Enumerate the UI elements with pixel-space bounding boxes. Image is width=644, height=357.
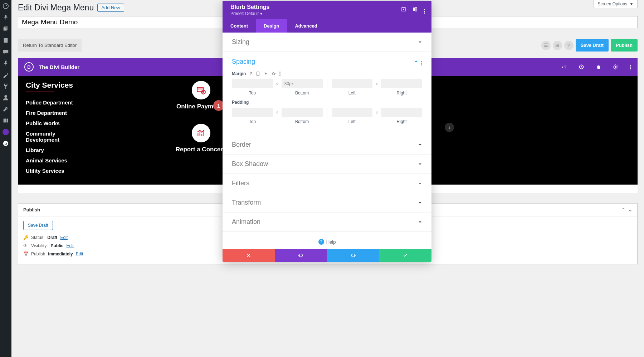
appearance-icon[interactable]	[3, 72, 9, 78]
chevron-up-icon[interactable]: ⌃	[621, 207, 625, 212]
blurb-report-concern[interactable]: Report a Concern	[176, 146, 227, 153]
label-right: Right	[397, 91, 407, 96]
caret-down-icon: ▼	[629, 1, 634, 6]
modal-undo-button[interactable]	[275, 249, 327, 262]
wireframe-mode-icon[interactable]: ☰	[541, 41, 551, 50]
builder-history-icon[interactable]	[579, 64, 584, 70]
svg-point-4	[4, 95, 7, 98]
link-values-icon[interactable]	[372, 108, 381, 117]
svg-rect-7	[7, 119, 8, 123]
menu-link[interactable]: Utility Services	[26, 168, 133, 174]
pin-icon[interactable]	[3, 14, 9, 21]
svg-text:D: D	[4, 142, 7, 146]
section-animation[interactable]: Animation	[223, 212, 431, 231]
menu-link[interactable]: Public Works	[26, 120, 133, 126]
metabox-save-draft-button[interactable]: Save Draft	[23, 221, 53, 230]
pushpin-icon[interactable]	[3, 60, 9, 67]
section-spacing[interactable]: Spacing	[223, 52, 431, 71]
snap-icon[interactable]	[413, 7, 418, 13]
return-to-standard-editor-button[interactable]: Return To Standard Editor	[18, 39, 82, 52]
padding-right-input[interactable]	[381, 108, 422, 117]
menu-link[interactable]: Animal Services	[26, 157, 133, 163]
users-icon[interactable]	[3, 94, 9, 101]
layers-icon[interactable]: ⊞	[553, 41, 562, 50]
save-draft-button[interactable]: Save Draft	[576, 39, 609, 52]
chevron-down-icon	[418, 181, 422, 186]
svg-point-16	[403, 9, 404, 10]
svg-rect-6	[5, 119, 6, 123]
section-box-shadow[interactable]: Box Shadow	[223, 155, 431, 173]
payment-icon	[192, 81, 210, 99]
edit-schedule-link[interactable]: Edit	[76, 251, 83, 256]
chevron-down-icon	[418, 220, 422, 224]
section-transform[interactable]: Transform	[223, 193, 431, 212]
status-value: Draft	[47, 235, 57, 240]
hover-icon[interactable]	[264, 72, 268, 76]
help-icon[interactable]: ?	[249, 71, 252, 76]
label-right: Right	[397, 119, 407, 124]
eye-icon: 👁	[23, 243, 28, 248]
modal-redo-button[interactable]	[327, 249, 379, 262]
modal-more-icon[interactable]	[424, 6, 425, 14]
help-icon[interactable]: ?	[564, 41, 574, 50]
menu-link[interactable]: Community Development	[26, 131, 87, 143]
tablet-icon[interactable]	[256, 72, 260, 76]
builder-title: The Divi Builder	[39, 64, 79, 70]
link-values-icon[interactable]	[273, 108, 282, 117]
menu-link[interactable]: Police Department	[26, 99, 133, 106]
settings-icon[interactable]	[3, 117, 9, 124]
padding-bottom-input[interactable]	[282, 108, 323, 117]
link-values-icon[interactable]	[273, 79, 282, 88]
margin-right-input[interactable]	[381, 79, 422, 88]
tab-design[interactable]: Design	[256, 19, 287, 33]
expand-icon[interactable]	[401, 7, 406, 13]
pages-icon[interactable]	[3, 37, 9, 44]
modal-save-button[interactable]	[379, 249, 431, 262]
tab-content[interactable]: Content	[223, 19, 256, 33]
modal-cancel-button[interactable]	[223, 249, 275, 262]
section-sizing[interactable]: Sizing	[223, 33, 431, 52]
report-icon	[192, 124, 210, 142]
section-filters[interactable]: Filters	[223, 174, 431, 193]
link-values-icon[interactable]	[372, 79, 381, 88]
padding-top-input[interactable]	[232, 108, 273, 117]
margin-top-input[interactable]	[232, 79, 273, 88]
key-icon: 🔑	[23, 235, 28, 240]
margin-bottom-input[interactable]	[282, 79, 323, 88]
menu-link[interactable]: Fire Department	[26, 110, 133, 116]
section-more-icon[interactable]	[421, 58, 422, 65]
chevron-up-icon	[414, 59, 418, 64]
field-more-icon[interactable]	[279, 72, 280, 76]
margin-left-input[interactable]	[332, 79, 373, 88]
divi-d-icon[interactable]: D	[3, 140, 9, 147]
section-border[interactable]: Border	[223, 135, 431, 154]
plugins-icon[interactable]	[3, 83, 9, 89]
help-badge-icon: ?	[318, 239, 324, 245]
builder-settings-icon[interactable]	[613, 64, 619, 70]
builder-more-icon[interactable]	[630, 65, 631, 69]
divi-logo-icon: D	[24, 62, 34, 72]
city-services-heading: City Services	[26, 81, 133, 89]
menu-link[interactable]: Library	[26, 147, 133, 153]
builder-sort-icon[interactable]	[561, 64, 567, 70]
dashboard-icon[interactable]	[3, 3, 9, 9]
screen-options-toggle[interactable]: Screen Options ▼	[594, 0, 638, 8]
media-icon[interactable]	[3, 26, 9, 32]
modal-preset[interactable]: Preset: Default ▾	[230, 11, 269, 16]
add-new-button[interactable]: Add New	[97, 4, 124, 12]
comments-icon[interactable]	[3, 49, 9, 55]
edit-status-link[interactable]: Edit	[60, 235, 68, 240]
divi-icon[interactable]	[3, 129, 9, 135]
chevron-down-icon[interactable]: ⌄	[628, 207, 632, 212]
builder-delete-icon[interactable]	[596, 64, 601, 70]
publish-button[interactable]: Publish	[611, 39, 638, 52]
tab-advanced[interactable]: Advanced	[287, 19, 325, 33]
padding-label: Padding	[232, 100, 249, 105]
padding-left-input[interactable]	[332, 108, 373, 117]
tools-icon[interactable]	[3, 106, 9, 112]
svg-rect-19	[257, 72, 259, 75]
edit-visibility-link[interactable]: Edit	[66, 243, 74, 248]
help-link[interactable]: ? Help	[223, 232, 431, 249]
reset-icon[interactable]	[272, 72, 276, 76]
add-module-button[interactable]: +	[445, 123, 454, 132]
